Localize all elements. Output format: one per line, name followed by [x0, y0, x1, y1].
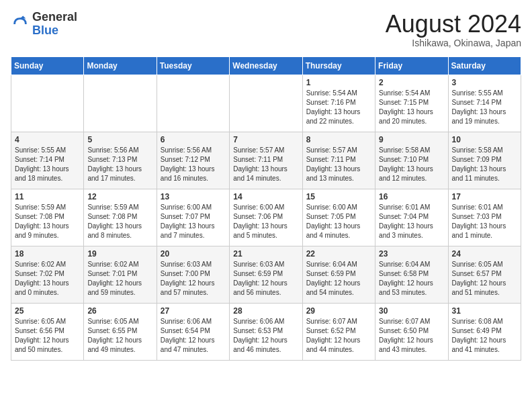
day-number: 21: [233, 249, 298, 259]
calendar-cell: [11, 75, 84, 132]
day-info: Sunrise: 6:07 AM Sunset: 6:52 PM Dayligh…: [306, 317, 371, 355]
day-number: 24: [452, 249, 517, 259]
calendar-cell: 17Sunrise: 6:01 AM Sunset: 7:03 PM Dayli…: [448, 189, 521, 246]
day-info: Sunrise: 5:58 AM Sunset: 7:09 PM Dayligh…: [452, 146, 517, 183]
calendar-cell: 21Sunrise: 6:03 AM Sunset: 6:59 PM Dayli…: [230, 246, 302, 303]
day-info: Sunrise: 6:01 AM Sunset: 7:03 PM Dayligh…: [452, 203, 517, 240]
weekday-header-thursday: Thursday: [302, 56, 375, 75]
month-title: August 2024: [386, 11, 521, 38]
day-info: Sunrise: 6:04 AM Sunset: 6:59 PM Dayligh…: [306, 260, 371, 298]
day-number: 25: [15, 306, 80, 316]
day-info: Sunrise: 5:54 AM Sunset: 7:15 PM Dayligh…: [379, 89, 444, 126]
day-info: Sunrise: 6:05 AM Sunset: 6:57 PM Dayligh…: [452, 260, 517, 298]
location-subtitle: Ishikawa, Okinawa, Japan: [386, 38, 521, 48]
day-number: 7: [233, 135, 298, 144]
calendar-cell: 26Sunrise: 6:05 AM Sunset: 6:55 PM Dayli…: [84, 303, 157, 360]
day-info: Sunrise: 6:03 AM Sunset: 6:59 PM Dayligh…: [233, 260, 298, 298]
day-number: 3: [452, 78, 517, 87]
day-number: 1: [306, 78, 371, 87]
day-info: Sunrise: 5:54 AM Sunset: 7:16 PM Dayligh…: [306, 89, 371, 126]
calendar-cell: [230, 75, 302, 132]
calendar-week-5: 25Sunrise: 6:05 AM Sunset: 6:56 PM Dayli…: [11, 303, 521, 360]
day-number: 18: [15, 249, 80, 259]
day-number: 29: [306, 306, 371, 316]
calendar-cell: 14Sunrise: 6:00 AM Sunset: 7:06 PM Dayli…: [230, 189, 302, 246]
calendar-table: SundayMondayTuesdayWednesdayThursdayFrid…: [11, 56, 521, 361]
calendar-cell: 5Sunrise: 5:56 AM Sunset: 7:13 PM Daylig…: [84, 132, 157, 189]
day-info: Sunrise: 6:05 AM Sunset: 6:55 PM Dayligh…: [87, 317, 152, 355]
day-info: Sunrise: 5:56 AM Sunset: 7:12 PM Dayligh…: [161, 146, 226, 183]
day-info: Sunrise: 6:01 AM Sunset: 7:04 PM Dayligh…: [379, 203, 444, 240]
logo-icon: [11, 15, 30, 34]
weekday-header-friday: Friday: [375, 56, 448, 75]
day-number: 4: [15, 135, 80, 144]
calendar-cell: 10Sunrise: 5:58 AM Sunset: 7:09 PM Dayli…: [448, 132, 521, 189]
weekday-header-row: SundayMondayTuesdayWednesdayThursdayFrid…: [11, 56, 521, 75]
day-info: Sunrise: 6:06 AM Sunset: 6:54 PM Dayligh…: [161, 317, 226, 355]
day-info: Sunrise: 6:08 AM Sunset: 6:49 PM Dayligh…: [452, 317, 517, 355]
calendar-cell: 4Sunrise: 5:55 AM Sunset: 7:14 PM Daylig…: [11, 132, 84, 189]
calendar-cell: 2Sunrise: 5:54 AM Sunset: 7:15 PM Daylig…: [375, 75, 448, 132]
calendar-week-4: 18Sunrise: 6:02 AM Sunset: 7:02 PM Dayli…: [11, 246, 521, 303]
day-info: Sunrise: 6:07 AM Sunset: 6:50 PM Dayligh…: [379, 317, 444, 355]
day-number: 6: [161, 135, 226, 144]
calendar-cell: 24Sunrise: 6:05 AM Sunset: 6:57 PM Dayli…: [448, 246, 521, 303]
day-number: 22: [306, 249, 371, 259]
calendar-cell: 25Sunrise: 6:05 AM Sunset: 6:56 PM Dayli…: [11, 303, 84, 360]
calendar-cell: 31Sunrise: 6:08 AM Sunset: 6:49 PM Dayli…: [448, 303, 521, 360]
day-info: Sunrise: 6:00 AM Sunset: 7:06 PM Dayligh…: [233, 203, 298, 240]
day-number: 5: [87, 135, 152, 144]
calendar-cell: 27Sunrise: 6:06 AM Sunset: 6:54 PM Dayli…: [157, 303, 229, 360]
day-number: 31: [452, 306, 517, 316]
day-number: 13: [161, 192, 226, 201]
day-number: 30: [379, 306, 444, 316]
page-header: General Blue August 2024 Ishikawa, Okina…: [11, 11, 521, 48]
calendar-cell: 16Sunrise: 6:01 AM Sunset: 7:04 PM Dayli…: [375, 189, 448, 246]
day-number: 16: [379, 192, 444, 201]
calendar-cell: [84, 75, 157, 132]
day-number: 11: [15, 192, 80, 201]
day-info: Sunrise: 5:55 AM Sunset: 7:14 PM Dayligh…: [15, 146, 80, 183]
day-info: Sunrise: 6:00 AM Sunset: 7:07 PM Dayligh…: [161, 203, 226, 240]
day-number: 14: [233, 192, 298, 201]
day-info: Sunrise: 5:58 AM Sunset: 7:10 PM Dayligh…: [379, 146, 444, 183]
weekday-header-wednesday: Wednesday: [230, 56, 302, 75]
day-number: 27: [161, 306, 226, 316]
day-number: 23: [379, 249, 444, 259]
calendar-cell: 8Sunrise: 5:57 AM Sunset: 7:11 PM Daylig…: [302, 132, 375, 189]
day-number: 26: [87, 306, 152, 316]
day-info: Sunrise: 5:57 AM Sunset: 7:11 PM Dayligh…: [306, 146, 371, 183]
day-info: Sunrise: 6:05 AM Sunset: 6:56 PM Dayligh…: [15, 317, 80, 355]
day-number: 19: [87, 249, 152, 259]
day-info: Sunrise: 6:06 AM Sunset: 6:53 PM Dayligh…: [233, 317, 298, 355]
day-info: Sunrise: 5:56 AM Sunset: 7:13 PM Dayligh…: [87, 146, 152, 183]
calendar-week-1: 1Sunrise: 5:54 AM Sunset: 7:16 PM Daylig…: [11, 75, 521, 132]
calendar-cell: 20Sunrise: 6:03 AM Sunset: 7:00 PM Dayli…: [157, 246, 229, 303]
logo-blue-text: Blue: [32, 24, 58, 37]
weekday-header-saturday: Saturday: [448, 56, 521, 75]
calendar-week-2: 4Sunrise: 5:55 AM Sunset: 7:14 PM Daylig…: [11, 132, 521, 189]
calendar-cell: 15Sunrise: 6:00 AM Sunset: 7:05 PM Dayli…: [302, 189, 375, 246]
day-number: 17: [452, 192, 517, 201]
day-number: 9: [379, 135, 444, 144]
weekday-header-tuesday: Tuesday: [157, 56, 229, 75]
calendar-cell: 1Sunrise: 5:54 AM Sunset: 7:16 PM Daylig…: [302, 75, 375, 132]
weekday-header-sunday: Sunday: [11, 56, 84, 75]
calendar-week-3: 11Sunrise: 5:59 AM Sunset: 7:08 PM Dayli…: [11, 189, 521, 246]
calendar-cell: 28Sunrise: 6:06 AM Sunset: 6:53 PM Dayli…: [230, 303, 302, 360]
calendar-cell: 19Sunrise: 6:02 AM Sunset: 7:01 PM Dayli…: [84, 246, 157, 303]
day-info: Sunrise: 5:59 AM Sunset: 7:08 PM Dayligh…: [87, 203, 152, 240]
day-number: 20: [161, 249, 226, 259]
day-info: Sunrise: 6:02 AM Sunset: 7:02 PM Dayligh…: [15, 260, 80, 298]
calendar-cell: 23Sunrise: 6:04 AM Sunset: 6:58 PM Dayli…: [375, 246, 448, 303]
calendar-cell: 3Sunrise: 5:55 AM Sunset: 7:14 PM Daylig…: [448, 75, 521, 132]
weekday-header-monday: Monday: [84, 56, 157, 75]
calendar-cell: [157, 75, 229, 132]
logo: General Blue: [11, 11, 77, 38]
day-info: Sunrise: 6:02 AM Sunset: 7:01 PM Dayligh…: [87, 260, 152, 298]
day-number: 28: [233, 306, 298, 316]
day-info: Sunrise: 6:00 AM Sunset: 7:05 PM Dayligh…: [306, 203, 371, 240]
day-number: 12: [87, 192, 152, 201]
day-number: 10: [452, 135, 517, 144]
calendar-cell: 7Sunrise: 5:57 AM Sunset: 7:11 PM Daylig…: [230, 132, 302, 189]
